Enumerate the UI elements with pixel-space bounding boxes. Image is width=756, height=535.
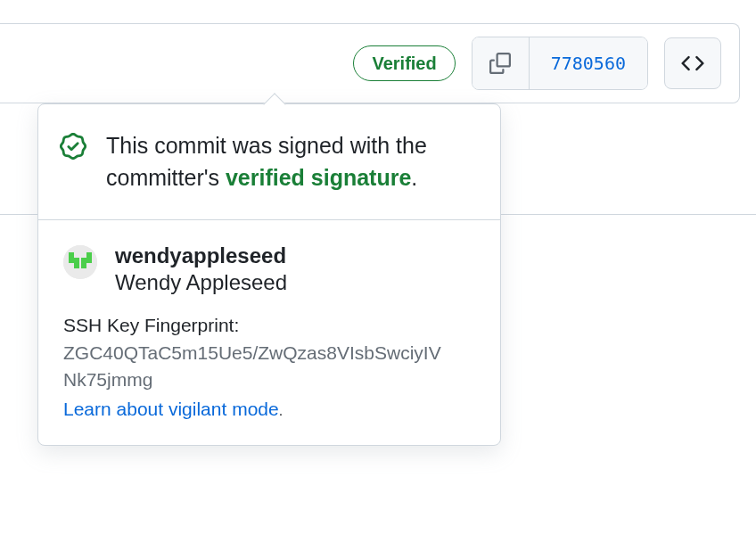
copy-icon — [489, 53, 511, 74]
svg-rect-8 — [81, 263, 86, 268]
fingerprint-value: ZGC40QTaC5m15Ue5/ZwQzas8VIsbSwciyIVNk75j… — [63, 340, 447, 394]
committer-fullname: Wendy Appleseed — [115, 270, 287, 295]
verified-signature-link[interactable]: verified signature — [226, 165, 411, 190]
committer-row: wendyappleseed Wendy Appleseed — [63, 243, 475, 295]
learn-period: . — [279, 403, 283, 418]
commit-sha-link[interactable]: 7780560 — [530, 37, 647, 89]
signature-popover: This commit was signed with the committe… — [37, 103, 501, 446]
verified-seal-icon — [60, 129, 86, 163]
browse-code-button[interactable] — [664, 37, 721, 89]
svg-rect-2 — [86, 252, 92, 258]
svg-rect-6 — [86, 258, 92, 263]
svg-rect-0 — [63, 245, 97, 279]
committer-username[interactable]: wendyappleseed — [115, 243, 287, 268]
avatar — [63, 245, 97, 279]
code-icon — [681, 52, 704, 75]
fingerprint-label: SSH Key Fingerprint: — [63, 315, 475, 336]
copy-sha-button[interactable] — [472, 37, 530, 89]
commit-toolbar: Verified 7780560 — [0, 23, 740, 103]
svg-rect-7 — [74, 263, 79, 268]
signature-message: This commit was signed with the committe… — [106, 129, 475, 194]
vigilant-mode-link[interactable]: Learn about vigilant mode — [63, 399, 279, 419]
svg-rect-1 — [69, 252, 74, 258]
verified-badge[interactable]: Verified — [353, 45, 455, 81]
learn-row: Learn about vigilant mode. — [63, 399, 475, 420]
popover-header: This commit was signed with the committe… — [38, 104, 500, 220]
svg-rect-5 — [81, 258, 86, 263]
committer-names: wendyappleseed Wendy Appleseed — [115, 243, 287, 295]
svg-rect-4 — [74, 258, 79, 263]
svg-rect-3 — [69, 258, 74, 263]
popover-body: wendyappleseed Wendy Appleseed SSH Key F… — [38, 220, 500, 446]
commit-sha-group: 7780560 — [472, 37, 648, 90]
signature-message-post: . — [411, 165, 417, 190]
